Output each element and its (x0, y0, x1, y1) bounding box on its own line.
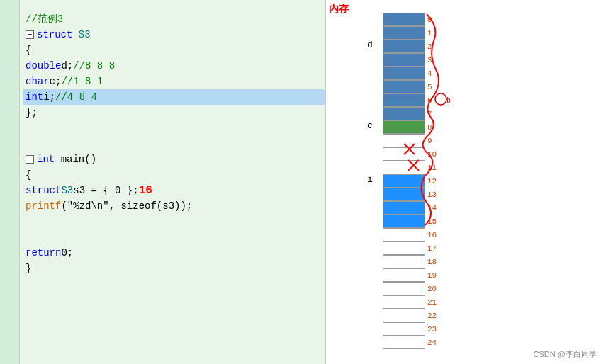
mem-row-20: 20 (383, 282, 567, 295)
mem-cell-10 (383, 147, 425, 161)
member1-type: double (26, 58, 61, 74)
mem-index-24: 24 (425, 339, 445, 347)
member1-name: d; (61, 58, 73, 74)
memory-title: 内存 (329, 3, 349, 16)
close-brace1: }; (26, 105, 38, 120)
member3-type: int (26, 89, 43, 105)
stmt1-note: 16 (139, 183, 152, 198)
mem-cell-8 (383, 120, 425, 134)
mem-index-5: 5 (425, 83, 445, 91)
code-line-empty1 (23, 120, 325, 136)
mem-cell-15 (383, 215, 425, 228)
mem-cell-5 (383, 80, 425, 93)
mem-index-21: 21 (425, 298, 445, 307)
mem-cell-1 (383, 26, 425, 40)
mem-row-0: 0 (383, 13, 567, 26)
mem-row-12: 12 (383, 174, 567, 188)
code-line-comment1: //范例3 (23, 11, 325, 27)
code-line-open1: { (23, 42, 325, 58)
mem-index-12: 12 (425, 177, 445, 186)
mem-cell-2 (383, 40, 425, 53)
mem-index-4: 4 (425, 69, 445, 78)
mem-row-7: 7 (383, 107, 567, 120)
mem-row-4: 4 (383, 67, 567, 80)
code-panel: //范例3 − struct S3 { double d; //8 8 8 ch… (0, 0, 326, 364)
mem-index-2: 2 (425, 42, 445, 51)
mem-cell-21 (383, 295, 425, 309)
printf-args: ("%zd\n", sizeof(s3)); (61, 198, 192, 214)
mem-row-8: 8 (383, 120, 567, 134)
code-line-struct: − struct S3 (23, 27, 325, 42)
mem-row-10: 10 (383, 147, 567, 161)
mem-cell-14 (383, 201, 425, 215)
mem-cell-7 (383, 107, 425, 120)
stmt1-rest: s3 = { 0 }; (73, 183, 138, 198)
member2-type: char (26, 74, 50, 89)
line-gutter (0, 0, 20, 364)
code-line-member1: double d; //8 8 8 (23, 58, 325, 74)
mem-index-6: 6 (425, 96, 445, 105)
mem-index-16: 16 (425, 231, 445, 239)
mem-cell-17 (383, 241, 425, 255)
mem-cell-13 (383, 188, 425, 201)
code-line-empty4 (23, 229, 325, 245)
mem-row-2: 2 (383, 40, 567, 53)
main-func: main() (55, 152, 96, 167)
mem-row-13: 13 (383, 188, 567, 201)
collapse-main-icon[interactable]: − (26, 155, 34, 164)
mem-cell-19 (383, 268, 425, 282)
struct-keyword: struct (37, 27, 72, 42)
code-line-member2: char c; //1 8 1 (23, 74, 325, 89)
mem-cell-9 (383, 134, 425, 147)
code-line-return: return 0; (23, 245, 325, 261)
mem-index-3: 3 (425, 56, 445, 64)
mem-row-17: 17 (383, 241, 567, 255)
mem-index-19: 19 (425, 271, 445, 280)
mem-cell-24 (383, 336, 425, 349)
memory-grid: 0 1 2 3 4 5 6 7 (383, 13, 567, 349)
mem-row-18: 18 (383, 255, 567, 268)
member3-comment: //4 8 4 (55, 89, 97, 105)
open-brace1: { (26, 42, 31, 58)
struct-name: S3 (79, 27, 91, 42)
mem-index-17: 17 (425, 244, 445, 253)
mem-row-11: 11 (383, 161, 567, 174)
mem-index-13: 13 (425, 190, 445, 199)
mem-row-21: 21 (383, 295, 567, 309)
mem-index-11: 11 (425, 164, 445, 172)
main-int-keyword: int (37, 152, 55, 167)
mem-index-10: 10 (425, 150, 445, 159)
stmt1-struct-name: S3 (61, 183, 73, 198)
mem-cell-11 (383, 161, 425, 174)
struct-space (72, 27, 78, 42)
mem-index-1: 1 (425, 29, 445, 38)
member1-comment: //8 8 8 (73, 58, 115, 74)
code-content: //范例3 − struct S3 { double d; //8 8 8 ch… (23, 6, 325, 276)
stmt1-struct-kw: struct (26, 183, 61, 198)
collapse-struct-icon[interactable]: − (26, 30, 34, 39)
mem-index-20: 20 (425, 285, 445, 293)
mem-row-16: 16 (383, 228, 567, 241)
mem-row-14: 14 (383, 201, 567, 215)
mem-index-23: 23 (425, 325, 445, 334)
code-line-close2: } (23, 261, 325, 276)
code-line-close1: }; (23, 105, 325, 120)
mem-index-14: 14 (425, 204, 445, 212)
mem-row-1: 1 (383, 26, 567, 40)
return-keyword: return (26, 245, 61, 261)
mem-index-7: 7 (425, 110, 445, 118)
watermark: CSDN @李白同学 (534, 349, 597, 360)
mem-cell-16 (383, 228, 425, 241)
code-line-empty3 (23, 214, 325, 229)
mem-index-18: 18 (425, 258, 445, 266)
label-d: d (367, 40, 373, 50)
mem-row-15: 15 (383, 215, 567, 228)
mem-row-6: 6 (383, 93, 567, 107)
code-line-open2: { (23, 167, 325, 183)
mem-row-24: 24 (383, 336, 567, 349)
mem-cell-6 (383, 93, 425, 107)
return-value: 0; (61, 245, 73, 261)
mem-cell-20 (383, 282, 425, 295)
code-line-main: − int main() (23, 152, 325, 167)
code-line-stmt2: printf ("%zd\n", sizeof(s3)); (23, 198, 325, 214)
